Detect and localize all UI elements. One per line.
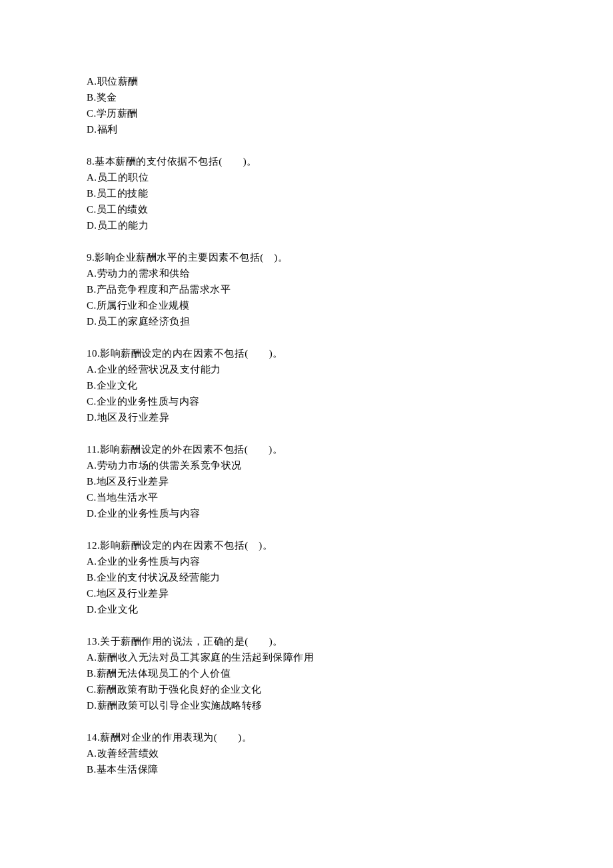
option-b: B.企业文化	[87, 377, 526, 393]
question-block: 8.基本薪酬的支付依据不包括( )。 A.员工的职位 B.员工的技能 C.员工的…	[87, 153, 526, 233]
question-stem: 9.影响企业薪酬水平的主要因素不包括( )。	[87, 249, 526, 265]
question-block: 10.影响薪酬设定的内在因素不包括( )。 A.企业的经营状况及支付能力 B.企…	[87, 345, 526, 425]
option-a: A.劳动力的需求和供给	[87, 265, 526, 281]
option-c: C.员工的绩效	[87, 201, 526, 217]
option-a: A.职位薪酬	[87, 73, 526, 89]
option-c: C.当地生活水平	[87, 489, 526, 505]
option-d: D.员工的能力	[87, 217, 526, 233]
option-b: B.企业的支付状况及经营能力	[87, 569, 526, 585]
option-b: B.奖金	[87, 89, 526, 105]
option-a: A.企业的经营状况及支付能力	[87, 361, 526, 377]
option-c: C.学历薪酬	[87, 105, 526, 121]
option-a: A.劳动力市场的供需关系竞争状况	[87, 457, 526, 473]
question-stem: 13.关于薪酬作用的说法，正确的是( )。	[87, 633, 526, 649]
question-block: 12.影响薪酬设定的内在因素不包括( )。 A.企业的业务性质与内容 B.企业的…	[87, 537, 526, 617]
question-block: 13.关于薪酬作用的说法，正确的是( )。 A.薪酬收入无法对员工其家庭的生活起…	[87, 633, 526, 713]
question-block: 11.影响薪酬设定的外在因素不包括( )。 A.劳动力市场的供需关系竞争状况 B…	[87, 441, 526, 521]
option-a: A.员工的职位	[87, 169, 526, 185]
option-b: B.地区及行业差异	[87, 473, 526, 489]
option-a: A.企业的业务性质与内容	[87, 553, 526, 569]
option-c: C.企业的业务性质与内容	[87, 393, 526, 409]
question-stem: 11.影响薪酬设定的外在因素不包括( )。	[87, 441, 526, 457]
question-stem: 10.影响薪酬设定的内在因素不包括( )。	[87, 345, 526, 361]
option-b: B.员工的技能	[87, 185, 526, 201]
option-a: A.薪酬收入无法对员工其家庭的生活起到保障作用	[87, 649, 526, 665]
option-a: A.改善经营绩效	[87, 745, 526, 761]
option-d: D.企业的业务性质与内容	[87, 505, 526, 521]
option-c: C.所属行业和企业规模	[87, 297, 526, 313]
option-d: D.员工的家庭经济负担	[87, 313, 526, 329]
option-d: D.薪酬政策可以引导企业实施战略转移	[87, 697, 526, 713]
question-stem: 14.薪酬对企业的作用表现为( )。	[87, 729, 526, 745]
option-c: C.薪酬政策有助于强化良好的企业文化	[87, 681, 526, 697]
question-stem: 12.影响薪酬设定的内在因素不包括( )。	[87, 537, 526, 553]
option-c: C.地区及行业差异	[87, 585, 526, 601]
option-d: D.地区及行业差异	[87, 409, 526, 425]
document-page: A.职位薪酬 B.奖金 C.学历薪酬 D.福利 8.基本薪酬的支付依据不包括( …	[0, 0, 613, 868]
option-b: B.基本生活保障	[87, 761, 526, 777]
question-stem: 8.基本薪酬的支付依据不包括( )。	[87, 153, 526, 169]
question-block: 14.薪酬对企业的作用表现为( )。 A.改善经营绩效 B.基本生活保障	[87, 729, 526, 777]
question-block: 9.影响企业薪酬水平的主要因素不包括( )。 A.劳动力的需求和供给 B.产品竞…	[87, 249, 526, 329]
option-d: D.福利	[87, 121, 526, 137]
option-b: B.产品竞争程度和产品需求水平	[87, 281, 526, 297]
option-b: B.薪酬无法体现员工的个人价值	[87, 665, 526, 681]
top-options-block: A.职位薪酬 B.奖金 C.学历薪酬 D.福利	[87, 73, 526, 137]
option-d: D.企业文化	[87, 601, 526, 617]
